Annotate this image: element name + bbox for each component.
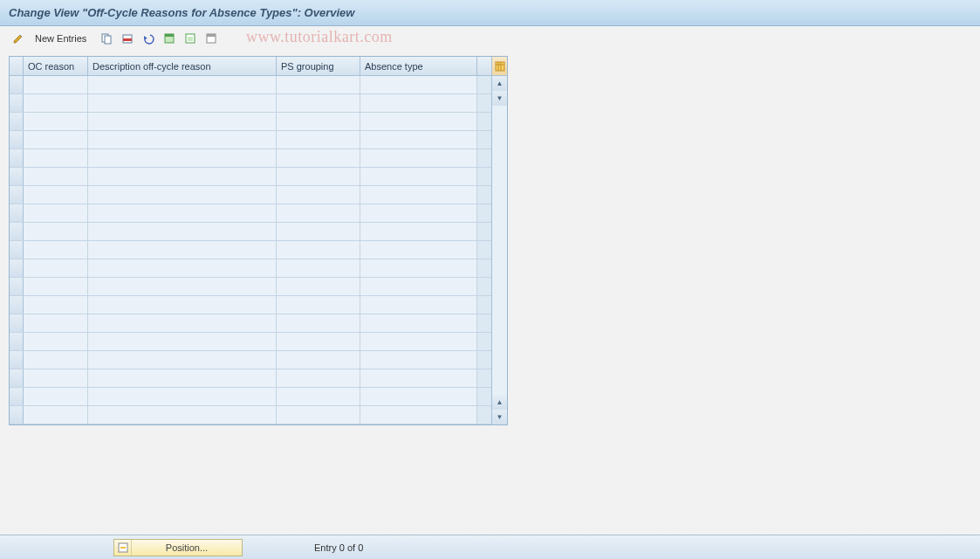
cell-ps-grouping[interactable]: [277, 406, 360, 424]
cell-ps-grouping[interactable]: [277, 314, 360, 332]
cell-oc-reason[interactable]: [24, 149, 88, 167]
cell-absence-type[interactable]: [360, 259, 477, 277]
row-selector[interactable]: [10, 113, 24, 130]
cell-ps-grouping[interactable]: [277, 388, 360, 405]
cell-ps-grouping[interactable]: [277, 149, 360, 167]
cell-oc-reason[interactable]: [24, 388, 88, 405]
scroll-step-up-icon[interactable]: ▲: [492, 395, 507, 410]
row-selector[interactable]: [10, 204, 24, 222]
cell-description[interactable]: [88, 259, 277, 277]
cell-ps-grouping[interactable]: [277, 186, 360, 204]
row-selector[interactable]: [10, 94, 24, 112]
scroll-track[interactable]: [492, 106, 507, 395]
cell-oc-reason[interactable]: [24, 186, 88, 204]
row-selector[interactable]: [10, 186, 24, 204]
cell-ps-grouping[interactable]: [277, 369, 360, 387]
column-header-oc-reason[interactable]: OC reason: [24, 57, 88, 75]
cell-description[interactable]: [88, 351, 277, 369]
cell-description[interactable]: [88, 76, 277, 93]
cell-oc-reason[interactable]: [24, 406, 88, 424]
cell-description[interactable]: [88, 388, 277, 405]
cell-absence-type[interactable]: [360, 204, 477, 222]
row-selector[interactable]: [10, 223, 24, 240]
cell-ps-grouping[interactable]: [277, 76, 360, 93]
cell-oc-reason[interactable]: [24, 369, 88, 387]
cell-absence-type[interactable]: [360, 278, 477, 295]
cell-description[interactable]: [88, 223, 277, 240]
cell-description[interactable]: [88, 113, 277, 130]
cell-absence-type[interactable]: [360, 94, 477, 112]
cell-ps-grouping[interactable]: [277, 333, 360, 350]
cell-ps-grouping[interactable]: [277, 296, 360, 314]
row-selector[interactable]: [10, 333, 24, 350]
cell-description[interactable]: [88, 186, 277, 204]
select-block-icon[interactable]: [181, 30, 200, 47]
cell-ps-grouping[interactable]: [277, 131, 360, 148]
scroll-step-down-icon[interactable]: ▼: [492, 91, 507, 106]
cell-description[interactable]: [88, 406, 277, 424]
cell-oc-reason[interactable]: [24, 204, 88, 222]
cell-oc-reason[interactable]: [24, 94, 88, 112]
row-selector[interactable]: [10, 241, 24, 259]
cell-oc-reason[interactable]: [24, 278, 88, 295]
row-selector[interactable]: [10, 168, 24, 185]
cell-oc-reason[interactable]: [24, 113, 88, 130]
column-header-description[interactable]: Description off-cycle reason: [88, 57, 277, 75]
scroll-up-icon[interactable]: ▲: [492, 76, 507, 91]
cell-description[interactable]: [88, 149, 277, 167]
cell-ps-grouping[interactable]: [277, 94, 360, 112]
cell-oc-reason[interactable]: [24, 314, 88, 332]
table-settings-icon[interactable]: [492, 57, 507, 76]
cell-description[interactable]: [88, 241, 277, 259]
row-selector[interactable]: [10, 369, 24, 387]
cell-description[interactable]: [88, 94, 277, 112]
cell-absence-type[interactable]: [360, 131, 477, 148]
cell-absence-type[interactable]: [360, 186, 477, 204]
row-selector[interactable]: [10, 388, 24, 405]
scroll-down-icon[interactable]: ▼: [492, 410, 507, 424]
row-selector[interactable]: [10, 131, 24, 148]
cell-oc-reason[interactable]: [24, 168, 88, 185]
cell-ps-grouping[interactable]: [277, 278, 360, 295]
row-selector[interactable]: [10, 76, 24, 93]
row-selector[interactable]: [10, 406, 24, 424]
cell-description[interactable]: [88, 204, 277, 222]
cell-absence-type[interactable]: [360, 168, 477, 185]
cell-ps-grouping[interactable]: [277, 259, 360, 277]
cell-absence-type[interactable]: [360, 406, 477, 424]
cell-description[interactable]: [88, 369, 277, 387]
cell-oc-reason[interactable]: [24, 241, 88, 259]
cell-oc-reason[interactable]: [24, 296, 88, 314]
cell-oc-reason[interactable]: [24, 333, 88, 350]
cell-absence-type[interactable]: [360, 76, 477, 93]
position-button[interactable]: Position...: [113, 539, 243, 556]
cell-absence-type[interactable]: [360, 223, 477, 240]
cell-description[interactable]: [88, 314, 277, 332]
cell-oc-reason[interactable]: [24, 223, 88, 240]
column-header-ps-grouping[interactable]: PS grouping: [277, 57, 360, 75]
select-all-icon[interactable]: [160, 30, 179, 47]
row-selector[interactable]: [10, 296, 24, 314]
toggle-display-change-icon[interactable]: [9, 30, 28, 47]
copy-as-icon[interactable]: [97, 30, 116, 47]
undo-change-icon[interactable]: [139, 30, 158, 47]
new-entries-button[interactable]: New Entries: [30, 30, 92, 47]
row-selector[interactable]: [10, 259, 24, 277]
cell-ps-grouping[interactable]: [277, 168, 360, 185]
cell-description[interactable]: [88, 296, 277, 314]
cell-oc-reason[interactable]: [24, 351, 88, 369]
cell-oc-reason[interactable]: [24, 76, 88, 93]
cell-description[interactable]: [88, 131, 277, 148]
row-selector[interactable]: [10, 314, 24, 332]
cell-ps-grouping[interactable]: [277, 241, 360, 259]
cell-absence-type[interactable]: [360, 333, 477, 350]
row-selector-header[interactable]: [10, 57, 24, 75]
cell-absence-type[interactable]: [360, 296, 477, 314]
column-header-absence-type[interactable]: Absence type: [360, 57, 477, 75]
cell-oc-reason[interactable]: [24, 259, 88, 277]
cell-ps-grouping[interactable]: [277, 204, 360, 222]
row-selector[interactable]: [10, 278, 24, 295]
cell-absence-type[interactable]: [360, 388, 477, 405]
cell-description[interactable]: [88, 333, 277, 350]
deselect-all-icon[interactable]: [202, 30, 221, 47]
